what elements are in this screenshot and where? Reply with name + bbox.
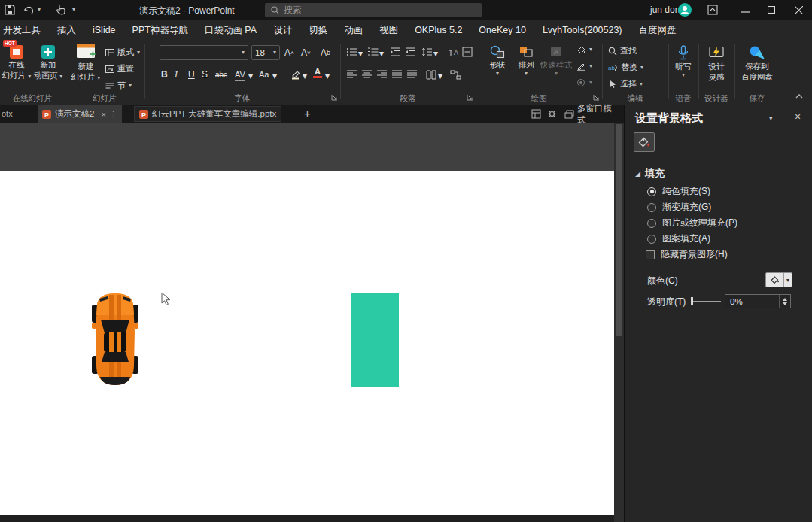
shape-fill-button[interactable]: ▾ bbox=[576, 45, 592, 54]
transparency-slider[interactable] bbox=[691, 297, 721, 305]
section-button[interactable]: 节▾ bbox=[105, 80, 132, 91]
collapse-ribbon-chevron-icon[interactable] bbox=[795, 93, 804, 99]
font-color-caret[interactable]: ▾ bbox=[325, 69, 330, 83]
multi-window-mode-button[interactable]: 多窗口模式 bbox=[560, 105, 624, 123]
pane-close-icon[interactable]: × bbox=[795, 111, 801, 123]
distribute-button[interactable] bbox=[406, 68, 418, 81]
increase-indent-button[interactable] bbox=[405, 45, 416, 59]
numbering-button[interactable] bbox=[367, 45, 379, 59]
teal-rectangle-shape[interactable] bbox=[351, 293, 399, 387]
ribbon-tab-islide[interactable]: iSlide bbox=[84, 20, 124, 41]
slider-thumb[interactable] bbox=[691, 297, 693, 305]
color-dropdown-caret[interactable]: ▾ bbox=[783, 273, 792, 287]
ribbon-tab-animations[interactable]: 动画 bbox=[336, 20, 371, 41]
decrease-font-size-button[interactable]: A˅ bbox=[301, 46, 311, 59]
new-doc-tab-button[interactable]: + bbox=[304, 107, 311, 120]
ribbon-tab-transitions[interactable]: 切换 bbox=[300, 20, 336, 41]
car-image[interactable] bbox=[91, 293, 139, 387]
slide-canvas[interactable] bbox=[0, 171, 614, 515]
spin-down-icon[interactable] bbox=[783, 302, 787, 305]
strikethrough-button[interactable]: abc bbox=[215, 68, 227, 81]
online-slides-button[interactable]: HOT 在线 幻灯片 ▾ bbox=[2, 45, 32, 80]
doc-tab-menu-icon[interactable]: ⋮ bbox=[110, 110, 117, 118]
ribbon-tab-onekey[interactable]: OneKey 10 bbox=[470, 20, 534, 41]
search-input[interactable]: 搜索 bbox=[265, 3, 482, 17]
save-to-baidu-netdisk-button[interactable]: 保存到 百度网盘 bbox=[739, 45, 775, 81]
bullets-button[interactable] bbox=[346, 45, 357, 59]
font-dialog-launcher[interactable] bbox=[331, 94, 338, 101]
partial-left-tab[interactable]: otx bbox=[2, 109, 13, 118]
arrange-button[interactable]: 排列 ▾ bbox=[513, 45, 539, 77]
slide-editing-area[interactable] bbox=[0, 123, 614, 522]
find-button[interactable]: 查找 bbox=[608, 45, 637, 56]
undo-icon[interactable] bbox=[24, 0, 35, 20]
minimize-button[interactable] bbox=[732, 0, 758, 20]
close-button[interactable] bbox=[785, 0, 812, 20]
radio-solid-fill[interactable]: 纯色填充(S) bbox=[647, 185, 710, 198]
user-avatar[interactable] bbox=[678, 3, 692, 17]
vertical-scrollbar[interactable] bbox=[614, 123, 624, 522]
transparency-spinner[interactable]: 0% bbox=[725, 294, 791, 308]
doc-tab-close-icon[interactable]: × bbox=[101, 110, 105, 119]
justify-button[interactable] bbox=[391, 68, 403, 81]
align-text-button[interactable] bbox=[462, 45, 473, 59]
bullets-caret[interactable]: ▾ bbox=[358, 47, 363, 60]
replace-button[interactable]: ab 替换▾ bbox=[608, 62, 643, 73]
spinner-arrows[interactable] bbox=[779, 295, 790, 308]
layout-button[interactable]: 版式▾ bbox=[105, 47, 140, 58]
decrease-indent-button[interactable] bbox=[390, 45, 401, 59]
ribbon-tab-view[interactable]: 视图 bbox=[371, 20, 406, 41]
ribbon-tab-okplus[interactable]: OKPlus 5.2 bbox=[406, 20, 470, 41]
radio-picture-fill[interactable]: 图片或纹理填充(P) bbox=[647, 217, 737, 229]
text-shadow-button[interactable]: S bbox=[202, 68, 208, 81]
touch-mode-icon[interactable] bbox=[56, 0, 65, 20]
spin-up-icon[interactable] bbox=[783, 298, 787, 301]
undo-dropdown-caret[interactable]: ▾ bbox=[38, 0, 41, 20]
columns-caret[interactable]: ▾ bbox=[438, 69, 442, 83]
font-name-combobox[interactable]: ▾ bbox=[160, 45, 248, 60]
fill-section-header[interactable]: ◢ 填充 bbox=[635, 167, 665, 181]
maximize-button[interactable] bbox=[759, 0, 784, 20]
align-right-button[interactable] bbox=[376, 68, 388, 81]
ribbon-tab-baidu-netdisk[interactable]: 百度网盘 bbox=[631, 20, 685, 41]
radio-pattern-fill[interactable]: 图案填充(A) bbox=[647, 232, 710, 245]
dictate-button[interactable]: 听写 ▾ bbox=[671, 45, 695, 78]
ribbon-display-options-icon[interactable] bbox=[707, 0, 718, 20]
dock-icon[interactable] bbox=[531, 109, 541, 119]
shape-effects-button[interactable]: ▾ bbox=[576, 78, 592, 87]
design-ideas-button[interactable]: 设计 灵感 bbox=[701, 45, 731, 81]
shape-outline-button[interactable]: ▾ bbox=[576, 62, 592, 71]
quick-styles-button[interactable]: A 快速样式 ▾ bbox=[540, 45, 572, 77]
smartart-convert-button[interactable] bbox=[450, 68, 461, 81]
align-left-button[interactable] bbox=[346, 68, 357, 81]
ribbon-tab-lvyhtools[interactable]: LvyhTools(200523) bbox=[534, 20, 631, 41]
radio-gradient-fill[interactable]: 渐变填充(G) bbox=[647, 201, 711, 214]
text-direction-button[interactable]: A bbox=[449, 45, 460, 59]
ribbon-tab-design[interactable]: 设计 bbox=[265, 20, 300, 41]
new-slide-button[interactable]: 新建 幻灯片 ▾ bbox=[69, 44, 102, 81]
pane-dropdown-caret[interactable]: ▾ bbox=[769, 114, 773, 122]
line-spacing-button[interactable] bbox=[421, 45, 433, 59]
align-center-button[interactable] bbox=[361, 68, 373, 81]
checkbox-hide-background[interactable]: 隐藏背景图形(H) bbox=[646, 248, 728, 261]
change-case-caret[interactable]: ▾ bbox=[272, 69, 277, 83]
paragraph-dialog-launcher[interactable] bbox=[467, 94, 473, 101]
font-color-button[interactable]: A bbox=[313, 66, 322, 80]
save-icon[interactable] bbox=[5, 0, 15, 20]
doc-tab-2[interactable]: P 幻云PPT 大雄董军文章编辑.pptx bbox=[134, 106, 281, 122]
ribbon-tab-devtools[interactable]: 开发工具 bbox=[0, 20, 49, 41]
underline-button[interactable]: U bbox=[188, 68, 195, 81]
shapes-button[interactable]: 形状 ▾ bbox=[485, 45, 510, 77]
clear-formatting-button[interactable]: Ab bbox=[321, 46, 330, 59]
ribbon-tab-insert[interactable]: 插入 bbox=[49, 20, 84, 41]
line-spacing-caret[interactable]: ▾ bbox=[433, 47, 438, 60]
new-animation-page-button[interactable]: 新加 动画页 ▾ bbox=[33, 45, 63, 80]
highlight-color-caret[interactable]: ▾ bbox=[303, 69, 307, 83]
columns-button[interactable] bbox=[426, 68, 436, 81]
increase-font-size-button[interactable]: A˄ bbox=[284, 46, 294, 59]
font-size-combobox[interactable]: 18▾ bbox=[251, 45, 280, 60]
change-case-button[interactable]: Aa bbox=[259, 68, 269, 81]
drawing-dialog-launcher[interactable] bbox=[593, 94, 600, 101]
ribbon-tab-pocket-animation[interactable]: 口袋动画 PA bbox=[196, 20, 265, 41]
quick-access-caret[interactable]: ▾ bbox=[72, 0, 75, 20]
